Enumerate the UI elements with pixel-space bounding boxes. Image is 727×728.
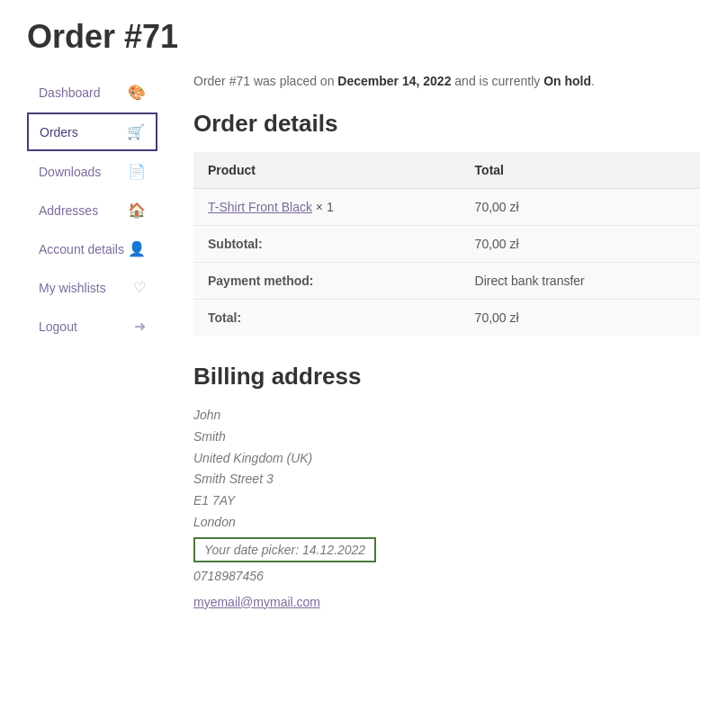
product-total-cell: 70,00 zł <box>461 189 700 226</box>
sidebar: Dashboard 🎨 Orders 🛒 Downloads 📄 Address… <box>27 74 175 609</box>
billing-address-section: Billing address John Smith United Kingdo… <box>193 363 700 609</box>
subtotal-value: 70,00 zł <box>461 226 700 263</box>
address-line-6: London <box>193 512 700 534</box>
sidebar-item-account-details[interactable]: Account details 👤 <box>27 230 157 267</box>
product-qty: × 1 <box>312 200 334 214</box>
main-content: Order #71 was placed on December 14, 202… <box>175 74 700 609</box>
sidebar-item-downloads-label: Downloads <box>39 165 128 179</box>
order-details-section: Order details Product Total T-Shirt Fron… <box>193 110 700 336</box>
order-details-title: Order details <box>193 110 700 138</box>
table-header-product: Product <box>193 152 461 189</box>
addresses-icon: 🏠 <box>128 202 146 219</box>
sidebar-item-wishlists-label: My wishlists <box>39 281 133 295</box>
order-status-prefix: Order #71 was placed on <box>193 74 337 88</box>
subtotal-label: Subtotal: <box>193 226 461 263</box>
order-status-value: On hold <box>543 74 591 88</box>
sidebar-item-dashboard-label: Dashboard <box>39 85 128 100</box>
billing-address-title: Billing address <box>193 363 700 391</box>
subtotal-row: Subtotal: 70,00 zł <box>193 226 700 263</box>
sidebar-item-logout[interactable]: Logout ➜ <box>27 308 157 345</box>
sidebar-item-downloads[interactable]: Downloads 📄 <box>27 153 157 190</box>
dashboard-icon: 🎨 <box>128 84 146 101</box>
wishlists-icon: ♡ <box>133 279 146 296</box>
order-details-table: Product Total T-Shirt Front Black × 1 70… <box>193 152 700 336</box>
address-line-3: United Kingdom (UK) <box>193 448 700 470</box>
payment-method-value: Direct bank transfer <box>461 263 700 300</box>
product-link[interactable]: T-Shirt Front Black <box>208 200 312 214</box>
sidebar-item-addresses-label: Addresses <box>39 203 128 218</box>
order-status-mid: and is currently <box>451 74 543 88</box>
table-header-total: Total <box>461 152 700 189</box>
sidebar-item-orders[interactable]: Orders 🛒 <box>27 112 157 151</box>
total-row: Total: 70,00 zł <box>193 300 700 337</box>
order-date: December 14, 2022 <box>337 74 451 88</box>
sidebar-item-orders-label: Orders <box>40 125 127 139</box>
table-row: T-Shirt Front Black × 1 70,00 zł <box>193 189 700 226</box>
product-cell: T-Shirt Front Black × 1 <box>193 189 461 226</box>
email-link[interactable]: myemail@mymail.com <box>193 595 320 609</box>
sidebar-item-my-wishlists[interactable]: My wishlists ♡ <box>27 269 157 306</box>
address-line-4: Smith Street 3 <box>193 469 700 490</box>
sidebar-item-dashboard[interactable]: Dashboard 🎨 <box>27 74 157 111</box>
date-picker-value: Your date picker: 14.12.2022 <box>193 537 376 562</box>
sidebar-item-addresses[interactable]: Addresses 🏠 <box>27 192 157 229</box>
order-status-suffix: . <box>591 74 595 88</box>
address-line-2: Smith <box>193 427 700 448</box>
payment-method-row: Payment method: Direct bank transfer <box>193 263 700 300</box>
orders-icon: 🛒 <box>127 123 145 140</box>
address-line-5: E1 7AY <box>193 490 700 512</box>
phone-number: 0718987456 <box>193 566 700 588</box>
downloads-icon: 📄 <box>128 163 146 180</box>
sidebar-item-logout-label: Logout <box>39 319 134 334</box>
page-title: Order #71 <box>27 18 700 56</box>
total-label: Total: <box>193 300 461 337</box>
order-status-text: Order #71 was placed on December 14, 202… <box>193 74 700 88</box>
total-value: 70,00 zł <box>461 300 700 337</box>
address-line-1: John <box>193 405 700 427</box>
account-details-icon: 👤 <box>128 240 146 257</box>
logout-icon: ➜ <box>134 318 146 335</box>
sidebar-item-account-details-label: Account details <box>39 242 128 256</box>
payment-method-label: Payment method: <box>193 263 461 300</box>
